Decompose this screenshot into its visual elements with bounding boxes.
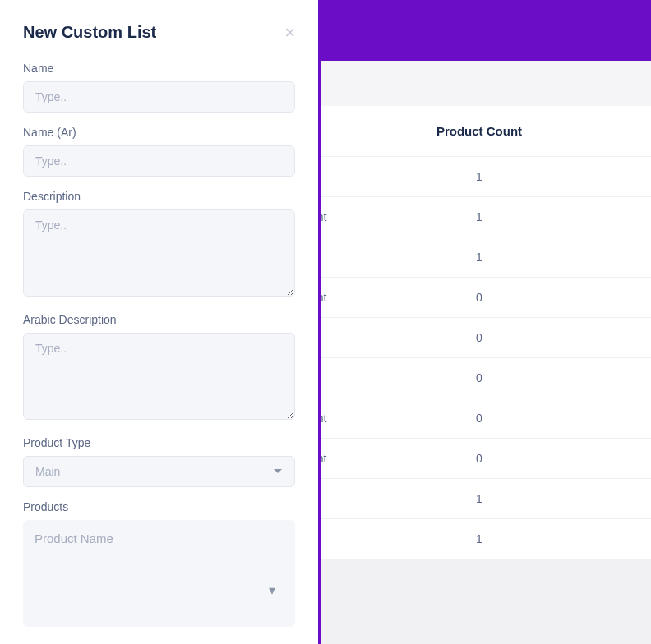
label-name: Name	[23, 62, 295, 75]
cell-product-count: 0	[307, 331, 651, 344]
field-group-name-ar: Name (Ar)	[23, 126, 295, 177]
close-button[interactable]: ×	[284, 24, 295, 42]
new-custom-list-modal: New Custom List × Name Name (Ar) Descrip…	[0, 0, 318, 644]
field-group-products: Products Product Name ▾	[23, 500, 295, 627]
product-type-select[interactable]: Main	[23, 456, 295, 487]
cell-product-count: 0	[307, 412, 651, 425]
cell-product-count: 0	[307, 291, 651, 304]
cell-product-count: 0	[307, 452, 651, 465]
modal-title: New Custom List	[23, 23, 156, 42]
label-product-type: Product Type	[23, 436, 295, 449]
cell-product-count: 1	[307, 532, 651, 545]
cell-product-count: 0	[307, 371, 651, 384]
name-ar-input[interactable]	[23, 145, 295, 177]
products-multiselect[interactable]: Product Name ▾	[23, 520, 295, 627]
products-placeholder: Product Name	[35, 531, 113, 545]
header-product-count: Product Count	[307, 124, 651, 138]
modal-header: New Custom List ×	[23, 23, 295, 42]
field-group-description-ar: Arabic Description	[23, 313, 295, 423]
close-icon: ×	[284, 22, 295, 43]
chevron-down-icon: ▾	[269, 582, 275, 598]
field-group-product-type: Product Type Main	[23, 436, 295, 487]
modal-accent-border	[318, 0, 321, 644]
cell-product-count: 1	[307, 210, 651, 223]
field-group-description: Description	[23, 190, 295, 300]
label-products: Products	[23, 500, 295, 513]
cell-product-count: 1	[307, 251, 651, 264]
description-textarea[interactable]	[23, 209, 295, 297]
name-input[interactable]	[23, 81, 295, 113]
cell-product-count: 1	[307, 170, 651, 183]
label-description: Description	[23, 190, 295, 203]
description-ar-textarea[interactable]	[23, 333, 295, 420]
cell-product-count: 1	[307, 492, 651, 505]
label-description-ar: Arabic Description	[23, 313, 295, 326]
label-name-ar: Name (Ar)	[23, 126, 295, 139]
field-group-name: Name	[23, 62, 295, 113]
